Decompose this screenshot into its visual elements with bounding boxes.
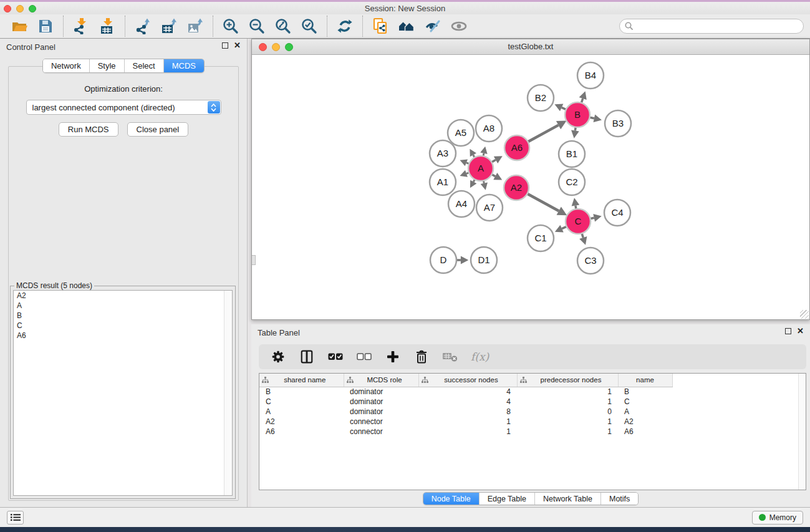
table-cell[interactable]: A	[259, 407, 344, 417]
float-table-panel-icon[interactable]	[785, 328, 791, 334]
result-item[interactable]: A2	[14, 291, 232, 301]
run-mcds-button[interactable]: Run MCDS	[59, 122, 118, 137]
memory-button[interactable]: Memory	[752, 511, 803, 525]
table-cell[interactable]: connector	[344, 427, 418, 437]
tab-node-table[interactable]: Node Table	[423, 493, 479, 505]
node-label-C2: C2	[566, 177, 577, 187]
tab-style[interactable]: Style	[89, 59, 124, 72]
network-canvas[interactable]: B4B2BB3A8A5A6A3B1AA1C2A2A4A7C4CC1DD1C3	[252, 55, 809, 319]
export-table-button[interactable]	[156, 16, 182, 36]
edge-arrowhead-icon	[571, 130, 579, 138]
tab-mcds[interactable]: MCDS	[163, 59, 204, 72]
visibility-button[interactable]	[446, 16, 472, 36]
zoom-fit-icon	[275, 18, 291, 34]
close-panel-button[interactable]: Close panel	[127, 122, 189, 137]
control-panel: Control Panel ✕ NetworkStyleSelectMCDS O…	[0, 39, 248, 507]
network-graph[interactable]: B4B2BB3A8A5A6A3B1AA1C2A2A4A7C4CC1DD1C3	[252, 55, 809, 319]
import-table-icon	[99, 18, 115, 34]
delete-column-button[interactable]	[442, 348, 458, 365]
table-cell[interactable]: dominator	[344, 397, 418, 407]
close-table-panel-icon[interactable]: ✕	[797, 328, 804, 334]
home-button[interactable]	[393, 16, 420, 36]
zoom-in-button[interactable]	[218, 16, 244, 36]
split-view-button[interactable]	[299, 348, 315, 365]
tab-edge-table[interactable]: Edge Table	[479, 493, 534, 505]
table-cell[interactable]: 0	[517, 407, 618, 417]
import-network-button[interactable]	[68, 16, 94, 36]
visibility-off-button[interactable]	[420, 16, 446, 36]
table-row[interactable]: A2connector11A2	[259, 417, 806, 427]
table-cell[interactable]: A6	[618, 427, 672, 437]
zoom-fit-button[interactable]	[270, 16, 296, 36]
select-all-button[interactable]	[327, 348, 344, 365]
column-header-shared-name[interactable]: shared name	[259, 374, 344, 387]
float-panel-icon[interactable]	[222, 42, 228, 49]
close-panel-icon[interactable]: ✕	[234, 42, 241, 49]
table-row[interactable]: Adominator80A	[259, 407, 806, 417]
table-cell[interactable]: 1	[517, 427, 618, 437]
refresh-button[interactable]	[332, 16, 358, 36]
tab-network[interactable]: Network	[43, 59, 89, 72]
table-cell[interactable]: A6	[259, 427, 344, 437]
table-row[interactable]: Bdominator41B	[259, 387, 806, 397]
search-input[interactable]	[619, 19, 804, 34]
node-label-A4: A4	[456, 198, 467, 209]
column-type-icon	[347, 377, 354, 384]
table-cell[interactable]: B	[618, 387, 672, 397]
table-row[interactable]: A6connector11A6	[259, 427, 806, 437]
export-network-button[interactable]	[130, 16, 156, 36]
table-cell[interactable]: 1	[418, 417, 517, 427]
result-item[interactable]: B	[14, 311, 232, 321]
table-cell[interactable]: A2	[259, 417, 344, 427]
deselect-all-button[interactable]	[356, 348, 372, 365]
result-item[interactable]: A	[14, 301, 232, 311]
node-table[interactable]: shared nameMCDS rolesuccessor nodesprede…	[259, 373, 806, 490]
result-item[interactable]: C	[14, 321, 232, 331]
table-cell[interactable]: 8	[418, 407, 517, 417]
table-cell[interactable]: 1	[517, 417, 618, 427]
resize-grip-icon[interactable]	[800, 310, 809, 319]
column-header-predecessor-nodes[interactable]: predecessor nodes	[517, 374, 618, 387]
splitter-handle[interactable]	[252, 255, 256, 265]
table-cell[interactable]: B	[259, 387, 344, 397]
result-item[interactable]: A6	[14, 331, 232, 341]
add-row-button[interactable]	[385, 348, 401, 365]
delete-row-button[interactable]	[413, 348, 430, 365]
table-cell[interactable]: connector	[344, 417, 418, 427]
column-header-name[interactable]: name	[618, 374, 672, 387]
table-options-button[interactable]	[270, 348, 286, 365]
table-cell[interactable]: A2	[618, 417, 672, 427]
table-cell[interactable]: dominator	[344, 407, 418, 417]
open-session-button[interactable]	[6, 16, 32, 36]
tab-network-table[interactable]: Network Table	[534, 493, 600, 505]
table-cell[interactable]: 4	[418, 387, 517, 397]
criterion-dropdown[interactable]: largest connected component (directed)	[26, 100, 221, 115]
function-builder-button[interactable]: f(x)	[471, 348, 489, 365]
zoom-selected-icon	[301, 18, 317, 34]
table-cell[interactable]: 1	[418, 427, 517, 437]
table-scrollbar[interactable]	[798, 374, 806, 490]
zoom-out-button[interactable]	[244, 16, 270, 36]
task-history-button[interactable]	[7, 511, 24, 525]
table-cell[interactable]: C	[259, 397, 344, 407]
edge-arrowhead-icon	[579, 91, 587, 100]
network-window-titlebar: testGlobe.txt	[252, 39, 809, 55]
result-scrollbar[interactable]	[224, 291, 232, 495]
table-cell[interactable]: dominator	[344, 387, 418, 397]
column-header-successor-nodes[interactable]: successor nodes	[418, 374, 517, 387]
zoom-selected-button[interactable]	[296, 16, 322, 36]
table-cell[interactable]: A	[618, 407, 672, 417]
import-table-button[interactable]	[94, 16, 120, 36]
mcds-result-list[interactable]: A2ABCA6	[13, 290, 233, 496]
tab-select[interactable]: Select	[124, 59, 163, 72]
copy-network-button[interactable]	[367, 16, 393, 36]
table-cell[interactable]: 1	[517, 387, 618, 397]
column-header-MCDS-role[interactable]: MCDS role	[344, 374, 418, 387]
export-image-button[interactable]	[182, 16, 208, 36]
save-session-button[interactable]	[32, 16, 59, 36]
table-cell[interactable]: C	[618, 397, 672, 407]
table-row[interactable]: Cdominator41C	[259, 397, 806, 407]
table-cell[interactable]: 1	[517, 397, 618, 407]
table-cell[interactable]: 4	[418, 397, 517, 407]
tab-motifs[interactable]: Motifs	[600, 493, 638, 505]
